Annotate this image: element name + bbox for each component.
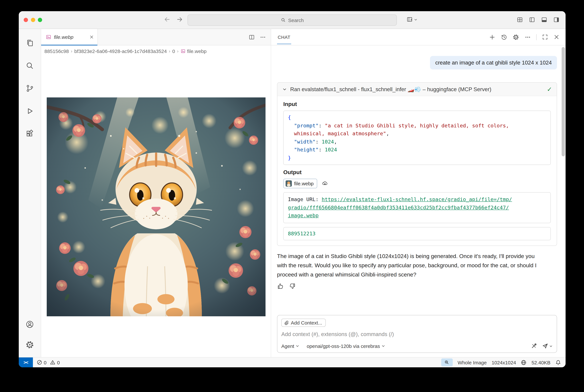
download-icon[interactable]: [321, 180, 328, 187]
back-icon[interactable]: [163, 16, 171, 23]
remote-icon: ><: [23, 360, 28, 365]
activity-bar: [19, 29, 41, 357]
split-editor-icon[interactable]: [248, 34, 255, 40]
customize-layout-button[interactable]: [406, 16, 418, 23]
traffic-lights: [24, 18, 42, 22]
warning-count: 0: [57, 360, 60, 365]
toggle-panel-icon[interactable]: [541, 16, 548, 23]
desktop: Search: [0, 0, 584, 392]
forward-icon[interactable]: [176, 16, 183, 23]
breadcrumb-item[interactable]: 0: [172, 48, 175, 54]
account-icon[interactable]: [22, 316, 38, 332]
chevron-down-icon: [282, 86, 287, 92]
send-icon: [542, 343, 549, 349]
tools-icon[interactable]: [531, 343, 537, 349]
toggle-secondary-sidebar-icon[interactable]: [553, 16, 560, 23]
chevron-down-icon: [549, 344, 553, 348]
command-center-search[interactable]: Search: [187, 14, 397, 26]
image-dimensions-status[interactable]: 1024x1024: [492, 360, 516, 365]
run-debug-icon[interactable]: [22, 103, 38, 119]
explorer-icon[interactable]: [22, 35, 38, 51]
tool-call-title: Ran evalstate/flux1_schnell - flux1_schn…: [290, 86, 544, 92]
breadcrumb-separator: ›: [70, 48, 73, 54]
close-panel-icon[interactable]: [554, 34, 560, 40]
image-url-box[interactable]: Image URL: https://evalstate-flux1-schne…: [283, 192, 551, 223]
new-chat-icon[interactable]: [489, 34, 496, 40]
close-window-button[interactable]: [24, 18, 28, 22]
workbench: file.webp 88515: [19, 29, 566, 357]
output-section-heading: Output: [283, 169, 551, 176]
chat-settings-gear-icon[interactable]: [513, 34, 519, 40]
chat-more-actions-icon[interactable]: [525, 34, 531, 40]
chevron-down-icon: [295, 344, 299, 348]
editor-grid-layout-icon[interactable]: [517, 16, 523, 23]
more-actions-icon[interactable]: [260, 34, 266, 40]
layout-icon: [406, 16, 413, 23]
chat-conversation: create an image of a cat ghibli style 10…: [271, 46, 566, 357]
breadcrumb-separator: ›: [176, 48, 179, 54]
result-id-box: 889512213: [283, 227, 551, 240]
tool-call-card: Ran evalstate/flux1_schnell - flux1_schn…: [277, 82, 557, 246]
agent-mode-dropdown[interactable]: Agent: [281, 343, 299, 349]
problems-status[interactable]: 0 0: [37, 360, 60, 365]
image-preview-viewport: [41, 56, 271, 357]
model-dropdown[interactable]: openai/gpt-oss-120b via cerebras: [307, 343, 385, 349]
breadcrumb-item[interactable]: 885156c98: [44, 48, 69, 54]
add-context-button[interactable]: Add Context...: [281, 318, 326, 327]
zoom-in-button[interactable]: [441, 358, 453, 366]
paperclip-icon: [284, 320, 289, 325]
user-message: create an image of a cat ghibli style 10…: [430, 56, 557, 70]
output-file-chip[interactable]: file.webp: [283, 179, 317, 188]
image-size-status[interactable]: 52.40KB: [532, 360, 551, 365]
notifications-bell-icon[interactable]: [555, 360, 561, 365]
tab-close-icon[interactable]: [89, 34, 94, 40]
chevron-down-icon: [414, 18, 418, 21]
thumbs-down-icon[interactable]: [289, 283, 296, 290]
zoom-window-button[interactable]: [38, 18, 42, 22]
chat-panel-header: CHAT: [271, 29, 566, 46]
search-placeholder: Search: [288, 17, 304, 23]
globe-icon[interactable]: [521, 360, 527, 365]
chat-history-icon[interactable]: [501, 34, 507, 40]
thumbs-up-icon[interactable]: [277, 283, 284, 290]
remote-indicator[interactable]: ><: [19, 358, 33, 367]
tab-label: file.webp: [54, 34, 86, 40]
chevron-down-icon: [381, 344, 385, 348]
send-button[interactable]: [542, 343, 553, 349]
warnings-icon: [50, 360, 55, 365]
extensions-icon[interactable]: [22, 126, 38, 142]
status-bar: >< 0 0 Whole Image 1024x1024: [19, 357, 566, 367]
breadcrumb-separator: ›: [168, 48, 171, 54]
search-icon: [280, 18, 286, 23]
errors-icon: [37, 360, 42, 365]
tool-call-header[interactable]: Ran evalstate/flux1_schnell - flux1_schn…: [277, 82, 557, 96]
chat-text-input[interactable]: Add context (#), extensions (@), command…: [281, 331, 553, 337]
divider: [536, 34, 537, 40]
settings-gear-icon[interactable]: [22, 337, 38, 352]
breadcrumb-item[interactable]: bf3823e2-6a06-4928-ac96-1c7d483a3524: [74, 48, 167, 54]
tool-input-json: { "prompt": "a cat in Studio Ghibli styl…: [283, 110, 551, 165]
search-sidebar-icon[interactable]: [22, 58, 38, 74]
assistant-message: The image of a cat in Studio Ghibli styl…: [277, 252, 540, 280]
success-check-icon: ✓: [547, 86, 552, 93]
chat-panel: CHAT: [271, 29, 566, 357]
editor-group: file.webp 88515: [41, 29, 271, 357]
tab-file-webp[interactable]: file.webp: [41, 29, 98, 45]
cat-image-preview: [46, 98, 265, 316]
source-control-icon[interactable]: [22, 80, 38, 96]
maximize-panel-icon[interactable]: [542, 34, 548, 40]
breadcrumb-item-file[interactable]: file.webp: [180, 48, 206, 54]
chat-input-box[interactable]: Add Context... Add context (#), extensio…: [277, 315, 557, 353]
titlebar: Search: [19, 11, 566, 29]
minimize-window-button[interactable]: [31, 18, 35, 22]
chat-panel-title[interactable]: CHAT: [277, 30, 291, 44]
toggle-primary-sidebar-icon[interactable]: [529, 16, 535, 23]
scrollbar-thumb[interactable]: [562, 47, 565, 156]
input-section-heading: Input: [283, 101, 551, 108]
zoom-mode-status[interactable]: Whole Image: [458, 360, 487, 365]
image-file-icon: [46, 34, 51, 40]
image-file-icon: [180, 48, 185, 54]
vscode-window: Search: [19, 11, 566, 367]
breadcrumb: 885156c98 › bf3823e2-6a06-4928-ac96-1c7d…: [41, 46, 271, 56]
file-thumbnail: [286, 180, 292, 186]
